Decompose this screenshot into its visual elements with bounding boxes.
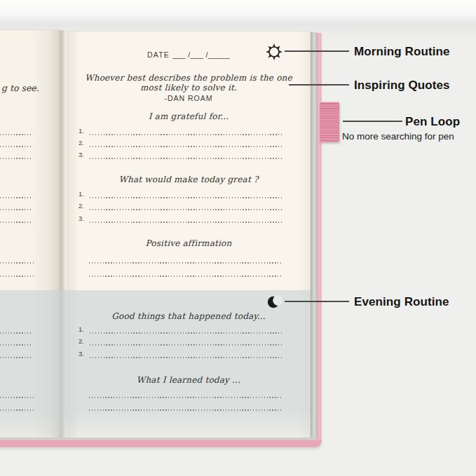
- dotted-line: [90, 134, 282, 135]
- pen-loop: [320, 102, 339, 142]
- list-number: 3.: [79, 215, 84, 222]
- dotted-line: [0, 134, 31, 135]
- dotted-line: [90, 197, 282, 198]
- prompt-grateful: I am grateful for...: [67, 111, 311, 121]
- dotted-line: [90, 344, 282, 346]
- dotted-line: [0, 276, 34, 277]
- bottom-cover-edge: [0, 440, 322, 447]
- list-number: 1.: [79, 191, 84, 198]
- sun-icon: [264, 41, 285, 62]
- callout-subtext-pen-loop: No more searching for pen: [342, 131, 454, 142]
- dotted-line: [0, 397, 34, 398]
- list-number: 2.: [79, 140, 84, 147]
- list-number: 3.: [79, 351, 84, 358]
- callout-label-evening: Evening Routine: [354, 294, 449, 309]
- dotted-line: [0, 357, 31, 358]
- dotted-line: [90, 222, 282, 223]
- cover-edge: [317, 33, 322, 442]
- moon-icon: [266, 294, 282, 310]
- prompt-today-great: What would make today great ?: [67, 175, 311, 184]
- dotted-line: [0, 146, 31, 147]
- callout-label-quotes: Inspiring Quotes: [354, 78, 450, 93]
- callout-line-morning: [285, 50, 349, 52]
- dotted-line: [0, 262, 34, 264]
- dotted-line: [0, 158, 31, 159]
- date-blanks: ___ /___ /_____: [172, 50, 230, 59]
- callout-line-pen-loop: [343, 121, 402, 122]
- quote-line-2: most likely to solve it.: [67, 83, 311, 93]
- dotted-line: [90, 332, 282, 334]
- list-number: 2.: [79, 203, 84, 210]
- list-number: 2.: [79, 338, 84, 345]
- dotted-line: [90, 146, 282, 147]
- dotted-line: [0, 209, 31, 210]
- prompt-learned: What I learned today ...: [67, 375, 311, 385]
- dotted-line: [0, 344, 31, 346]
- callout-line-quotes: [289, 84, 349, 86]
- dotted-line: [89, 262, 283, 264]
- quote-author: -DAN ROAM: [67, 94, 311, 103]
- dotted-line: [90, 158, 282, 159]
- list-number: 3.: [79, 151, 84, 158]
- dotted-line: [90, 209, 282, 210]
- dotted-line: [0, 409, 34, 411]
- list-number: 1.: [79, 326, 84, 333]
- dotted-line: [0, 222, 31, 223]
- dotted-line: [89, 397, 283, 398]
- callout-label-morning: Morning Routine: [354, 44, 450, 59]
- dotted-line: [0, 332, 31, 334]
- dotted-line: [90, 357, 282, 358]
- callout-label-pen-loop: Pen Loop: [405, 114, 460, 129]
- dotted-line: [89, 409, 283, 411]
- dotted-line: [89, 276, 283, 277]
- list-number: 1.: [79, 128, 84, 135]
- left-page-partial-text: g to see.: [1, 83, 39, 93]
- callout-line-evening: [285, 301, 349, 302]
- dotted-line: [0, 197, 31, 198]
- quote-line-1: Whoever best describes the problem is th…: [67, 73, 311, 83]
- page-stack-edge: [311, 32, 317, 440]
- prompt-good-things: Good things that happened today...: [67, 311, 311, 321]
- date-label: DATE: [147, 50, 170, 59]
- prompt-affirmation: Positive affirmation: [67, 238, 311, 248]
